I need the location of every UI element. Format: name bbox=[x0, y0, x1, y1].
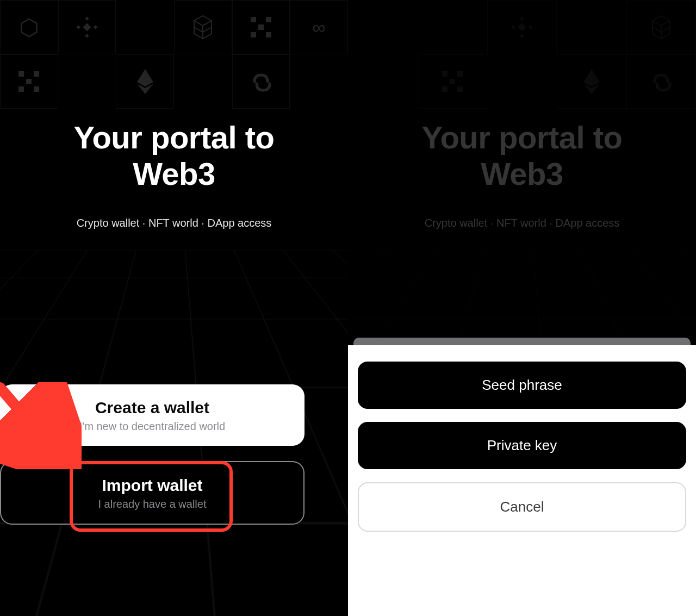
crypto-icon-grid: ⬡ ∞ bbox=[0, 0, 348, 109]
svg-rect-0 bbox=[85, 17, 89, 21]
cancel-button[interactable]: Cancel bbox=[358, 482, 686, 532]
import-wallet-desc: I already have a wallet bbox=[12, 498, 293, 511]
svg-rect-4 bbox=[83, 23, 91, 32]
binance-icon bbox=[76, 16, 98, 39]
svg-rect-9 bbox=[266, 32, 271, 38]
create-wallet-title: Create a wallet bbox=[11, 399, 294, 417]
import-wallet-button[interactable]: Import wallet I already have a wallet bbox=[0, 461, 304, 525]
svg-rect-12 bbox=[26, 79, 32, 84]
pixel-icon bbox=[18, 71, 39, 92]
fantom-icon bbox=[192, 15, 214, 40]
chain-icon bbox=[250, 71, 272, 92]
svg-rect-8 bbox=[251, 32, 256, 38]
svg-rect-3 bbox=[94, 25, 97, 29]
svg-rect-11 bbox=[34, 71, 39, 77]
onboarding-buttons: Create a wallet I'm new to decentralized… bbox=[0, 384, 348, 540]
hero-section: Your portal toWeb3 Crypto wallet · NFT w… bbox=[0, 120, 348, 229]
svg-rect-13 bbox=[18, 86, 24, 92]
svg-rect-6 bbox=[266, 17, 271, 22]
seed-phrase-button[interactable]: Seed phrase bbox=[358, 362, 686, 409]
pixel-icon bbox=[251, 17, 271, 38]
svg-rect-7 bbox=[258, 24, 264, 30]
import-options-sheet: Seed phrase Private key Cancel bbox=[348, 345, 696, 616]
private-key-button[interactable]: Private key bbox=[358, 422, 686, 469]
hero-subtitle: Crypto wallet · NFT world · DApp access bbox=[22, 217, 326, 229]
svg-rect-10 bbox=[18, 71, 24, 77]
svg-rect-5 bbox=[251, 17, 256, 22]
create-wallet-desc: I'm new to decentralized world bbox=[11, 420, 294, 433]
svg-rect-14 bbox=[34, 86, 39, 92]
sheet-drag-handle[interactable] bbox=[353, 338, 691, 345]
hexagon-icon: ⬡ bbox=[19, 14, 39, 41]
hero-title: Your portal toWeb3 bbox=[22, 120, 326, 192]
svg-rect-2 bbox=[77, 25, 80, 29]
svg-rect-1 bbox=[85, 34, 89, 38]
onboarding-screen: ⬡ ∞ bbox=[0, 0, 348, 616]
infinity-icon: ∞ bbox=[313, 17, 326, 38]
create-wallet-button[interactable]: Create a wallet I'm new to decentralized… bbox=[0, 384, 304, 446]
ethereum-icon bbox=[137, 69, 153, 94]
import-options-screen: Your portal toWeb3 Crypto wallet · NFT w… bbox=[348, 0, 696, 616]
import-wallet-title: Import wallet bbox=[12, 476, 293, 495]
